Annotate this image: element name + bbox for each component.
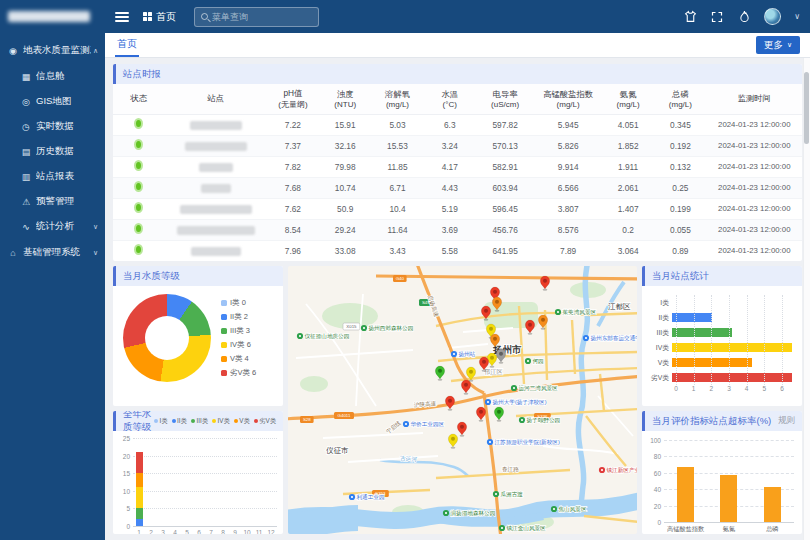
map-pin-red[interactable] (476, 407, 485, 422)
station-stats-x-axis: 0123456 (676, 385, 782, 395)
exceed-rate-title: 当月评价指标站点超标率(%) (652, 415, 771, 428)
sidebar-group-base[interactable]: ⌂基础管理系统∨ (0, 239, 105, 266)
annual-grade-panel: 全年水质等级 I类II类III类IV类V类劣V类 0510152025 1234… (113, 411, 283, 534)
legend-item[interactable]: I类 (154, 417, 168, 426)
legend-item[interactable]: V类 (234, 417, 250, 426)
map-poi[interactable]: 何园 (525, 358, 544, 365)
fullscreen-icon[interactable] (710, 10, 724, 24)
map-pin-red[interactable] (445, 396, 454, 411)
sidebar-item-历史数据[interactable]: ▤历史数据 (0, 139, 105, 164)
column-header: 监测时间 (707, 84, 802, 114)
exceed-rate-bar (677, 467, 694, 522)
dashboard-icon: ▦ (20, 72, 32, 82)
map-pin-gray[interactable] (496, 349, 505, 364)
legend-item[interactable]: III类 3 (221, 326, 256, 336)
legend-item[interactable]: II类 2 (221, 312, 256, 322)
map-poi[interactable]: 仪征捺山地质公园 (297, 333, 349, 340)
map-pin-red[interactable] (525, 320, 534, 335)
user-menu-caret-icon[interactable]: ∨ (794, 12, 800, 21)
map-panel[interactable]: G40S49S28G4011S353X015S336 扬州西郊森林公园仪征捺山地… (288, 266, 637, 534)
station-stats-panel: 当月站点统计 I类II类III类IV类V类劣V类 0123456 (642, 266, 802, 406)
cell-value: 5.19 (424, 198, 476, 219)
logo-redacted (8, 11, 90, 22)
status-ok-dot (134, 223, 143, 234)
legend-item[interactable]: 劣V类 6 (221, 368, 256, 378)
hbar-category-label: V类 (646, 358, 672, 368)
column-header: 总磷(mg/L) (654, 84, 706, 114)
flame-icon[interactable] (737, 10, 751, 24)
cell-value: 4.17 (424, 156, 476, 177)
legend-item[interactable]: IV类 6 (221, 340, 256, 350)
stacked-bar-segment (136, 473, 143, 487)
sidebar-group-system[interactable]: ◉地表水质量监测系统∧ (0, 37, 105, 64)
station-table-body: 7.2215.915.036.3597.825.9454.0510.345202… (113, 114, 802, 261)
map-pin-yellow[interactable] (448, 434, 457, 449)
chevron-down-icon: ∨ (787, 41, 792, 49)
tab-home[interactable]: 首页 (115, 33, 139, 57)
cell-value: 5.03 (371, 114, 423, 135)
theme-icon[interactable] (683, 10, 697, 24)
map-pin-green[interactable] (494, 407, 503, 422)
exceed-rate-panel: 当月评价指标站点超标率(%) 规则 020406080100 高锰酸盐指数氨氮总… (642, 411, 802, 534)
station-table-head: 状态站点pH值(无量纲)浊度(NTU)溶解氧(mg/L)水温(°C)电导率(uS… (113, 84, 802, 114)
exceed-rate-chart: 020406080100 (664, 441, 794, 523)
search-input[interactable] (212, 12, 312, 22)
user-avatar[interactable] (764, 8, 781, 25)
legend-item[interactable]: IV类 (212, 417, 230, 426)
map-pin-red[interactable] (457, 422, 466, 437)
cell-value: 1.911 (602, 156, 654, 177)
table-row: 7.9633.083.435.58641.957.893.0640.892024… (113, 240, 802, 261)
table-row: 7.2215.915.036.3597.825.9454.0510.345202… (113, 114, 802, 135)
map-poi[interactable]: 江苏旅游职业学院(新校区) (487, 439, 560, 446)
cell-value: 0.89 (654, 240, 706, 261)
map-poi[interactable]: 扬子颐野公园 (519, 417, 560, 424)
svg-text:茱萸湾风景区: 茱萸湾风景区 (563, 309, 597, 316)
sidebar-item-GIS地图[interactable]: ◎GIS地图 (0, 89, 105, 114)
app-root: ◉地表水质量监测系统∧▦信息舱◎GIS地图◷实时数据▤历史数据▥站点报表⚠预警管… (0, 0, 810, 540)
legend-item[interactable]: II类 (172, 417, 187, 426)
station-name-redacted (199, 163, 233, 172)
cell-value: 0.25 (654, 177, 706, 198)
hbar-bar (672, 313, 712, 322)
table-row: 7.8279.9811.854.17582.919.9141.9110.1322… (113, 156, 802, 177)
legend-item[interactable]: I类 0 (221, 298, 256, 308)
map-pin-green[interactable] (435, 366, 444, 381)
map-poi[interactable]: 镇江金山风景区 (499, 525, 546, 532)
map-pin-red[interactable] (540, 276, 549, 291)
hamburger-icon[interactable] (115, 12, 129, 22)
sidebar-item-预警管理[interactable]: ⚠预警管理 (0, 189, 105, 214)
legend-item[interactable]: V类 4 (221, 354, 256, 364)
sidebar-item-站点报表[interactable]: ▥站点报表 (0, 164, 105, 189)
cell-value: 4.43 (424, 177, 476, 198)
station-name-redacted (185, 142, 247, 151)
sidebar-item-信息舱[interactable]: ▦信息舱 (0, 64, 105, 89)
map-poi[interactable]: 华侨工业园区 (403, 421, 445, 427)
cell-value: 29.24 (319, 219, 371, 240)
legend-item[interactable]: III类 (191, 417, 208, 426)
map-poi[interactable]: 扬州东部客运交通中心 (583, 334, 637, 342)
sidebar-item-实时数据[interactable]: ◷实时数据 (0, 114, 105, 139)
exceed-rate-rules-link[interactable]: 规则 (778, 415, 795, 427)
map-poi[interactable]: 运河三湾风景区 (511, 385, 558, 392)
cell-value: 596.45 (476, 198, 534, 219)
svg-text:扬州大学(扬子津校区): 扬州大学(扬子津校区) (493, 399, 547, 406)
cell-value: 10.4 (371, 198, 423, 219)
svg-text:镇江新区产业园: 镇江新区产业园 (607, 467, 638, 474)
cell-value: 2024-01-23 12:00:00 (707, 198, 802, 219)
map-poi[interactable]: 扬州站 (451, 351, 476, 358)
cell-value: 8.54 (267, 219, 319, 240)
map-poi[interactable]: 润扬湿地森林公园 (443, 510, 495, 517)
menu-search[interactable] (194, 7, 319, 27)
sidebar-item-统计分析[interactable]: ∿统计分析∨ (0, 214, 105, 239)
more-button[interactable]: 更多∨ (756, 36, 800, 54)
legend-item[interactable]: 劣V类 (254, 417, 276, 426)
map-pin-red[interactable] (461, 380, 470, 395)
vertical-scrollbar[interactable] (803, 58, 810, 540)
cell-value: 2024-01-23 12:00:00 (707, 240, 802, 261)
breadcrumb-home[interactable]: 首页 (143, 10, 176, 24)
scrollbar-thumb[interactable] (804, 72, 809, 144)
donut-legend: I类 0II类 2III类 3IV类 6V类 4劣V类 6 (221, 298, 256, 378)
map-poi[interactable]: 扬州大学(扬子津校区) (485, 399, 547, 406)
map-poi[interactable]: 镇江新区产业园 (599, 467, 637, 474)
map-poi[interactable]: 扬州西郊森林公园 (361, 325, 413, 332)
